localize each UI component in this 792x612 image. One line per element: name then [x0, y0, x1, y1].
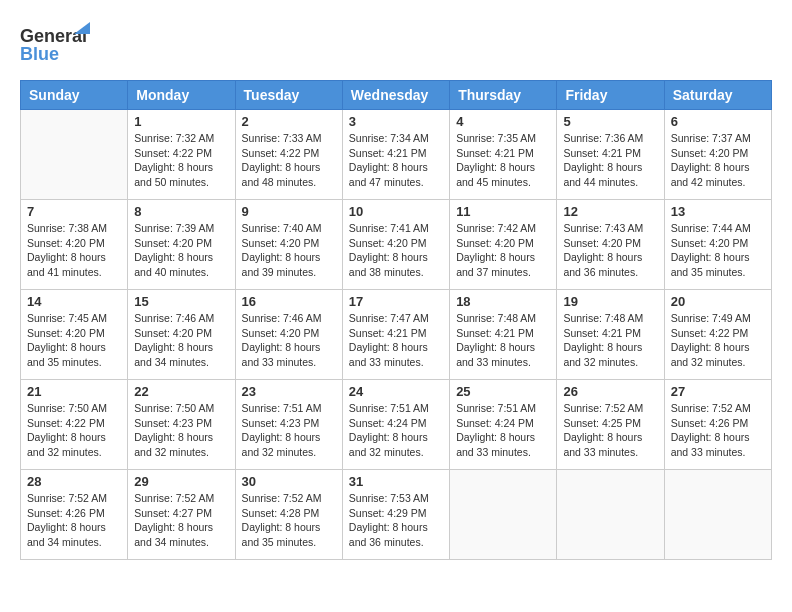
day-number: 13 — [671, 204, 765, 219]
day-info: Sunrise: 7:41 AM Sunset: 4:20 PM Dayligh… — [349, 221, 443, 280]
calendar-cell: 26Sunrise: 7:52 AM Sunset: 4:25 PM Dayli… — [557, 380, 664, 470]
calendar-cell: 13Sunrise: 7:44 AM Sunset: 4:20 PM Dayli… — [664, 200, 771, 290]
day-number: 9 — [242, 204, 336, 219]
calendar-cell: 16Sunrise: 7:46 AM Sunset: 4:20 PM Dayli… — [235, 290, 342, 380]
day-info: Sunrise: 7:34 AM Sunset: 4:21 PM Dayligh… — [349, 131, 443, 190]
day-number: 19 — [563, 294, 657, 309]
calendar-cell: 29Sunrise: 7:52 AM Sunset: 4:27 PM Dayli… — [128, 470, 235, 560]
day-info: Sunrise: 7:39 AM Sunset: 4:20 PM Dayligh… — [134, 221, 228, 280]
calendar-week-2: 7Sunrise: 7:38 AM Sunset: 4:20 PM Daylig… — [21, 200, 772, 290]
calendar-cell: 22Sunrise: 7:50 AM Sunset: 4:23 PM Dayli… — [128, 380, 235, 470]
day-number: 30 — [242, 474, 336, 489]
calendar-cell: 4Sunrise: 7:35 AM Sunset: 4:21 PM Daylig… — [450, 110, 557, 200]
day-number: 5 — [563, 114, 657, 129]
day-number: 11 — [456, 204, 550, 219]
calendar-cell: 28Sunrise: 7:52 AM Sunset: 4:26 PM Dayli… — [21, 470, 128, 560]
calendar-cell — [557, 470, 664, 560]
day-info: Sunrise: 7:51 AM Sunset: 4:24 PM Dayligh… — [456, 401, 550, 460]
day-info: Sunrise: 7:35 AM Sunset: 4:21 PM Dayligh… — [456, 131, 550, 190]
calendar-cell: 11Sunrise: 7:42 AM Sunset: 4:20 PM Dayli… — [450, 200, 557, 290]
day-info: Sunrise: 7:51 AM Sunset: 4:24 PM Dayligh… — [349, 401, 443, 460]
day-number: 12 — [563, 204, 657, 219]
day-info: Sunrise: 7:52 AM Sunset: 4:26 PM Dayligh… — [27, 491, 121, 550]
calendar-week-1: 1Sunrise: 7:32 AM Sunset: 4:22 PM Daylig… — [21, 110, 772, 200]
day-number: 14 — [27, 294, 121, 309]
day-info: Sunrise: 7:46 AM Sunset: 4:20 PM Dayligh… — [134, 311, 228, 370]
day-number: 20 — [671, 294, 765, 309]
calendar-cell: 25Sunrise: 7:51 AM Sunset: 4:24 PM Dayli… — [450, 380, 557, 470]
day-info: Sunrise: 7:47 AM Sunset: 4:21 PM Dayligh… — [349, 311, 443, 370]
day-header-sunday: Sunday — [21, 81, 128, 110]
calendar-cell: 17Sunrise: 7:47 AM Sunset: 4:21 PM Dayli… — [342, 290, 449, 380]
calendar-cell: 10Sunrise: 7:41 AM Sunset: 4:20 PM Dayli… — [342, 200, 449, 290]
calendar-cell: 8Sunrise: 7:39 AM Sunset: 4:20 PM Daylig… — [128, 200, 235, 290]
day-number: 24 — [349, 384, 443, 399]
day-info: Sunrise: 7:51 AM Sunset: 4:23 PM Dayligh… — [242, 401, 336, 460]
day-info: Sunrise: 7:36 AM Sunset: 4:21 PM Dayligh… — [563, 131, 657, 190]
day-header-wednesday: Wednesday — [342, 81, 449, 110]
day-number: 10 — [349, 204, 443, 219]
day-info: Sunrise: 7:50 AM Sunset: 4:23 PM Dayligh… — [134, 401, 228, 460]
day-info: Sunrise: 7:48 AM Sunset: 4:21 PM Dayligh… — [563, 311, 657, 370]
calendar-cell: 15Sunrise: 7:46 AM Sunset: 4:20 PM Dayli… — [128, 290, 235, 380]
day-info: Sunrise: 7:48 AM Sunset: 4:21 PM Dayligh… — [456, 311, 550, 370]
day-number: 8 — [134, 204, 228, 219]
day-info: Sunrise: 7:52 AM Sunset: 4:28 PM Dayligh… — [242, 491, 336, 550]
svg-text:General: General — [20, 26, 87, 46]
calendar-week-3: 14Sunrise: 7:45 AM Sunset: 4:20 PM Dayli… — [21, 290, 772, 380]
calendar-week-5: 28Sunrise: 7:52 AM Sunset: 4:26 PM Dayli… — [21, 470, 772, 560]
day-header-tuesday: Tuesday — [235, 81, 342, 110]
day-info: Sunrise: 7:33 AM Sunset: 4:22 PM Dayligh… — [242, 131, 336, 190]
calendar-cell: 21Sunrise: 7:50 AM Sunset: 4:22 PM Dayli… — [21, 380, 128, 470]
calendar-cell: 5Sunrise: 7:36 AM Sunset: 4:21 PM Daylig… — [557, 110, 664, 200]
day-number: 23 — [242, 384, 336, 399]
day-number: 25 — [456, 384, 550, 399]
svg-text:Blue: Blue — [20, 44, 59, 64]
day-info: Sunrise: 7:38 AM Sunset: 4:20 PM Dayligh… — [27, 221, 121, 280]
day-info: Sunrise: 7:53 AM Sunset: 4:29 PM Dayligh… — [349, 491, 443, 550]
day-number: 28 — [27, 474, 121, 489]
calendar-cell: 27Sunrise: 7:52 AM Sunset: 4:26 PM Dayli… — [664, 380, 771, 470]
day-header-friday: Friday — [557, 81, 664, 110]
calendar-header-row: SundayMondayTuesdayWednesdayThursdayFrid… — [21, 81, 772, 110]
logo: General Blue — [20, 20, 90, 70]
calendar-cell: 9Sunrise: 7:40 AM Sunset: 4:20 PM Daylig… — [235, 200, 342, 290]
day-header-monday: Monday — [128, 81, 235, 110]
day-info: Sunrise: 7:49 AM Sunset: 4:22 PM Dayligh… — [671, 311, 765, 370]
calendar-week-4: 21Sunrise: 7:50 AM Sunset: 4:22 PM Dayli… — [21, 380, 772, 470]
calendar-cell: 1Sunrise: 7:32 AM Sunset: 4:22 PM Daylig… — [128, 110, 235, 200]
calendar-cell: 31Sunrise: 7:53 AM Sunset: 4:29 PM Dayli… — [342, 470, 449, 560]
calendar-cell: 14Sunrise: 7:45 AM Sunset: 4:20 PM Dayli… — [21, 290, 128, 380]
logo-icon: General Blue — [20, 20, 90, 70]
day-number: 29 — [134, 474, 228, 489]
calendar-cell: 3Sunrise: 7:34 AM Sunset: 4:21 PM Daylig… — [342, 110, 449, 200]
calendar-cell — [664, 470, 771, 560]
day-number: 6 — [671, 114, 765, 129]
page-header: General Blue — [20, 20, 772, 70]
calendar-cell: 30Sunrise: 7:52 AM Sunset: 4:28 PM Dayli… — [235, 470, 342, 560]
calendar-table: SundayMondayTuesdayWednesdayThursdayFrid… — [20, 80, 772, 560]
day-number: 22 — [134, 384, 228, 399]
day-number: 17 — [349, 294, 443, 309]
day-info: Sunrise: 7:40 AM Sunset: 4:20 PM Dayligh… — [242, 221, 336, 280]
day-info: Sunrise: 7:52 AM Sunset: 4:26 PM Dayligh… — [671, 401, 765, 460]
day-number: 15 — [134, 294, 228, 309]
day-header-thursday: Thursday — [450, 81, 557, 110]
day-info: Sunrise: 7:50 AM Sunset: 4:22 PM Dayligh… — [27, 401, 121, 460]
day-number: 31 — [349, 474, 443, 489]
day-number: 18 — [456, 294, 550, 309]
day-info: Sunrise: 7:45 AM Sunset: 4:20 PM Dayligh… — [27, 311, 121, 370]
calendar-cell: 24Sunrise: 7:51 AM Sunset: 4:24 PM Dayli… — [342, 380, 449, 470]
day-info: Sunrise: 7:44 AM Sunset: 4:20 PM Dayligh… — [671, 221, 765, 280]
calendar-cell: 6Sunrise: 7:37 AM Sunset: 4:20 PM Daylig… — [664, 110, 771, 200]
day-number: 21 — [27, 384, 121, 399]
day-header-saturday: Saturday — [664, 81, 771, 110]
day-info: Sunrise: 7:46 AM Sunset: 4:20 PM Dayligh… — [242, 311, 336, 370]
calendar-cell — [450, 470, 557, 560]
day-number: 26 — [563, 384, 657, 399]
day-number: 3 — [349, 114, 443, 129]
day-info: Sunrise: 7:43 AM Sunset: 4:20 PM Dayligh… — [563, 221, 657, 280]
day-number: 16 — [242, 294, 336, 309]
day-number: 4 — [456, 114, 550, 129]
calendar-cell: 7Sunrise: 7:38 AM Sunset: 4:20 PM Daylig… — [21, 200, 128, 290]
